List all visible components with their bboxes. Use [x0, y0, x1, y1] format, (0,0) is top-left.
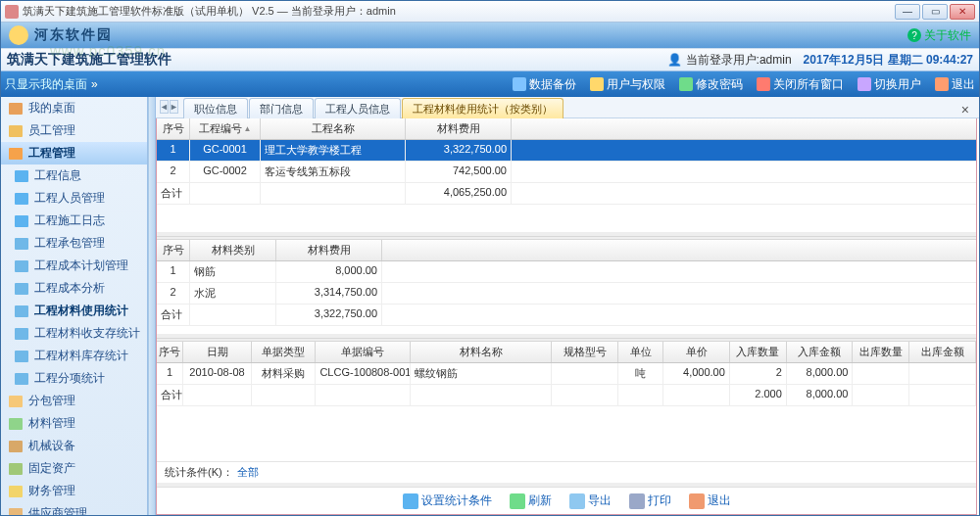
detail-grid-header: 序号 日期 单据类型 单据编号 材料名称 规格型号 单位 单价 入库数量 入库金… [157, 342, 976, 363]
maximize-button[interactable]: ▭ [922, 4, 948, 20]
sidebar-splitter[interactable] [148, 97, 156, 515]
folder-icon [9, 125, 23, 137]
col-d3[interactable]: 单据编号 [316, 342, 410, 362]
col-seq[interactable]: 序号 [157, 118, 190, 139]
app-icon [5, 5, 19, 19]
category-grid-header: 序号 材料类别 材料费用 [157, 240, 976, 261]
col-proj-name[interactable]: 工程名称 [261, 118, 406, 139]
sidebar-item-18[interactable]: 供应商管理 [1, 502, 147, 515]
exit-label-bottom: 退出 [708, 493, 731, 509]
export-label: 导出 [588, 493, 612, 509]
col-seq2[interactable]: 序号 [157, 240, 190, 260]
sidebar-item-label: 我的桌面 [28, 100, 75, 117]
print-icon [629, 493, 645, 509]
col-d8[interactable]: 入库数量 [730, 342, 787, 362]
col-d6[interactable]: 单位 [618, 342, 663, 362]
sidebar-item-label: 工程材料收支存统计 [34, 325, 140, 342]
sidebar-item-16[interactable]: 固定资产 [1, 457, 147, 480]
folder-icon [15, 193, 28, 205]
close-button[interactable]: ✕ [950, 4, 975, 20]
table-row[interactable]: 1钢筋8,000.00 [157, 261, 976, 283]
col-mat-cost[interactable]: 材料费用 [406, 118, 512, 139]
col-d2[interactable]: 单据类型 [252, 342, 317, 362]
col-cat-cost[interactable]: 材料费用 [276, 240, 382, 260]
tab-close-icon[interactable]: × [957, 102, 973, 117]
col-d0[interactable]: 序号 [157, 342, 183, 362]
print-button[interactable]: 打印 [629, 493, 671, 509]
expand-icon: » [91, 77, 98, 91]
sidebar-item-3[interactable]: 工程信息 [1, 164, 147, 187]
sidebar-item-13[interactable]: 分包管理 [1, 390, 147, 412]
sidebar-item-2[interactable]: 工程管理 [1, 142, 147, 164]
set-condition-button[interactable]: 设置统计条件 [403, 493, 492, 509]
about-link[interactable]: ? 关于软件 [907, 27, 971, 44]
sidebar-item-6[interactable]: 工程承包管理 [1, 232, 147, 255]
sidebar-item-label: 工程成本分析 [34, 280, 105, 297]
table-row[interactable]: 2水泥3,314,750.00 [157, 283, 976, 305]
refresh-button[interactable]: 刷新 [510, 493, 552, 509]
change-pwd-button[interactable]: 修改密码 [679, 76, 743, 93]
tab-nav: ◄ ► [160, 100, 178, 114]
sidebar-item-label: 工程成本计划管理 [34, 258, 128, 274]
sidebar-item-15[interactable]: 机械设备 [1, 435, 147, 457]
sidebar-item-9[interactable]: 工程材料使用统计 [1, 300, 147, 322]
sidebar: 我的桌面员工管理工程管理工程信息工程人员管理工程施工日志工程承包管理工程成本计划… [1, 97, 148, 515]
tab-next[interactable]: ► [170, 100, 178, 114]
app-window: 筑满天下建筑施工管理软件标准版（试用单机） V2.5 — 当前登录用户：admi… [0, 0, 980, 516]
main-area: ◄ ► 职位信息部门信息工程人员信息工程材料使用统计（按类别） × 序号 工程编… [156, 97, 979, 515]
toolbar-left[interactable]: 只显示我的桌面 » [5, 76, 98, 93]
folder-icon [9, 103, 23, 115]
sidebar-item-12[interactable]: 工程分项统计 [1, 367, 147, 390]
user-name: admin [760, 53, 792, 67]
switch-user-button[interactable]: 切换用户 [858, 76, 921, 93]
sidebar-item-14[interactable]: 材料管理 [1, 412, 147, 435]
col-d11[interactable]: 出库金额 [909, 342, 976, 362]
sidebar-item-11[interactable]: 工程材料库存统计 [1, 345, 147, 367]
sidebar-item-label: 工程分项统计 [34, 370, 105, 387]
col-d1[interactable]: 日期 [183, 342, 252, 362]
col-d7[interactable]: 单价 [663, 342, 730, 362]
close-all-button[interactable]: 关闭所有窗口 [757, 76, 844, 93]
export-button[interactable]: 导出 [569, 493, 612, 509]
col-proj-code[interactable]: 工程编号▲ [190, 118, 261, 139]
table-row[interactable]: 2GC-0002客运专线第五标段742,500.00 [157, 162, 976, 183]
exit-button-bottom[interactable]: 退出 [689, 493, 731, 509]
sidebar-item-17[interactable]: 财务管理 [1, 480, 147, 502]
sidebar-item-4[interactable]: 工程人员管理 [1, 187, 147, 210]
switch-icon [858, 77, 871, 91]
bottom-toolbar: 设置统计条件 刷新 导出 打印 退出 [157, 487, 976, 514]
minimize-button[interactable]: — [895, 4, 920, 20]
tab-2[interactable]: 工程人员信息 [315, 98, 401, 118]
about-icon: ? [907, 28, 921, 42]
sidebar-item-5[interactable]: 工程施工日志 [1, 210, 147, 232]
backup-button[interactable]: 数据备份 [513, 76, 576, 93]
col-d9[interactable]: 入库金额 [787, 342, 854, 362]
sidebar-item-1[interactable]: 员工管理 [1, 119, 147, 142]
tab-prev[interactable]: ◄ [160, 100, 169, 114]
col-category[interactable]: 材料类别 [190, 240, 276, 260]
project-grid-header: 序号 工程编号▲ 工程名称 材料费用 [157, 118, 976, 140]
users-perm-button[interactable]: 用户与权限 [590, 76, 665, 93]
folder-icon [15, 373, 28, 385]
refresh-icon [510, 493, 525, 509]
sidebar-item-8[interactable]: 工程成本分析 [1, 277, 147, 300]
table-row[interactable]: 12010-08-08材料采购CLCG-100808-001螺纹钢筋吨4,000… [157, 363, 976, 385]
sidebar-scroll[interactable]: 我的桌面员工管理工程管理工程信息工程人员管理工程施工日志工程承包管理工程成本计划… [1, 97, 147, 515]
sidebar-item-7[interactable]: 工程成本计划管理 [1, 255, 147, 277]
col-d10[interactable]: 出库数量 [853, 342, 909, 362]
col-d5[interactable]: 规格型号 [552, 342, 618, 362]
sidebar-item-label: 工程材料库存统计 [34, 348, 128, 364]
folder-icon [15, 170, 28, 182]
sidebar-item-0[interactable]: 我的桌面 [1, 97, 147, 119]
tab-3[interactable]: 工程材料使用统计（按类别） [402, 98, 564, 118]
titlebar: 筑满天下建筑施工管理软件标准版（试用单机） V2.5 — 当前登录用户：admi… [1, 1, 979, 23]
col-d4[interactable]: 材料名称 [411, 342, 552, 362]
sidebar-item-label: 员工管理 [28, 122, 75, 139]
exit-button[interactable]: 退出 [935, 76, 975, 93]
sidebar-item-10[interactable]: 工程材料收支存统计 [1, 322, 147, 345]
settings-icon [403, 493, 418, 509]
tab-0[interactable]: 职位信息 [183, 98, 248, 118]
tab-1[interactable]: 部门信息 [249, 98, 314, 118]
table-row[interactable]: 1GC-0001理工大学教学楼工程3,322,750.00 [157, 140, 976, 162]
header-bar: 筑满天下建筑施工管理软件 👤 当前登录用户:admin 2017年12月5日 星… [1, 48, 979, 71]
